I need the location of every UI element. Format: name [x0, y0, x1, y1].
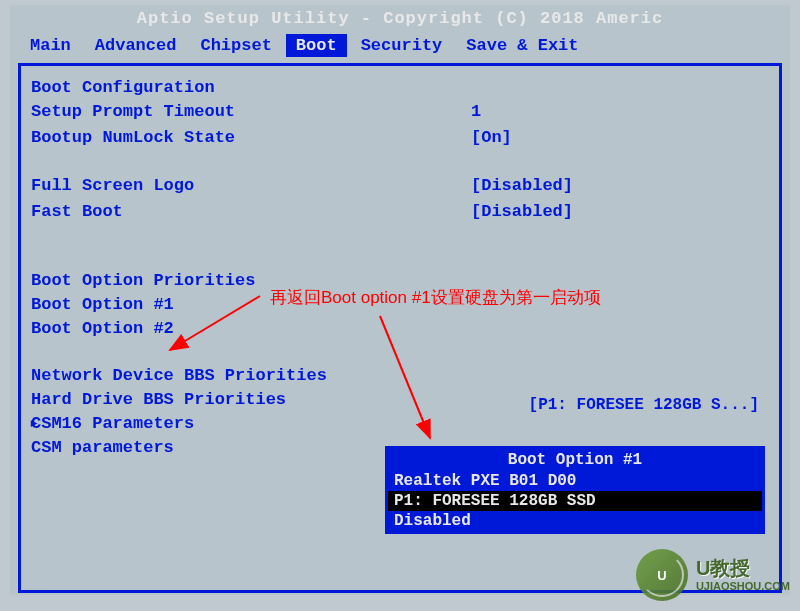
fast-boot-row[interactable]: Fast Boot [Disabled] [31, 201, 769, 223]
setup-prompt-timeout-label: Setup Prompt Timeout [31, 101, 471, 123]
menu-bar: Main Advanced Chipset Boot Security Save… [10, 32, 790, 63]
network-device-bbs[interactable]: Network Device BBS Priorities [31, 365, 769, 387]
bootup-numlock-label: Bootup NumLock State [31, 127, 471, 149]
watermark-brand: U教授 [696, 556, 790, 580]
menu-advanced[interactable]: Advanced [85, 34, 187, 57]
popup-option-foresee[interactable]: P1: FORESEE 128GB SSD [388, 491, 762, 511]
menu-main[interactable]: Main [20, 34, 81, 57]
menu-security[interactable]: Security [351, 34, 453, 57]
menu-boot[interactable]: Boot [286, 34, 347, 57]
fast-boot-label: Fast Boot [31, 201, 471, 223]
menu-chipset[interactable]: Chipset [190, 34, 281, 57]
boot-option-popup: Boot Option #1 Realtek PXE B01 D00 P1: F… [385, 446, 765, 534]
menu-save-exit[interactable]: Save & Exit [456, 34, 588, 57]
popup-option-realtek[interactable]: Realtek PXE B01 D00 [388, 471, 762, 491]
bios-title: Aptio Setup Utility - Copyright (C) 2018… [10, 5, 790, 32]
watermark-logo-icon: U [636, 549, 688, 601]
popup-title: Boot Option #1 [388, 449, 762, 471]
annotation-text: 再返回Boot option #1设置硬盘为第一启动项 [270, 286, 601, 309]
full-screen-logo-row[interactable]: Full Screen Logo [Disabled] [31, 175, 769, 197]
watermark-url: UJIAOSHOU.COM [696, 580, 790, 593]
watermark-text: U教授 UJIAOSHOU.COM [696, 556, 790, 593]
setup-prompt-timeout-value: 1 [471, 101, 769, 123]
boot-config-title: Boot Configuration [31, 78, 769, 97]
content-frame: Boot Configuration Setup Prompt Timeout … [18, 63, 782, 593]
info-text: [P1: FORESEE 128GB S...] [529, 396, 759, 414]
bootup-numlock-row[interactable]: Bootup NumLock State [On] [31, 127, 769, 149]
boot-option-2[interactable]: Boot Option #2 [31, 318, 769, 340]
watermark: U U教授 UJIAOSHOU.COM [636, 549, 790, 601]
popup-option-disabled[interactable]: Disabled [388, 511, 762, 531]
submenu-marker-icon: ▸ [29, 413, 39, 435]
fast-boot-value: [Disabled] [471, 201, 769, 223]
full-screen-logo-value: [Disabled] [471, 175, 769, 197]
bootup-numlock-value: [On] [471, 127, 769, 149]
csm16-parameters[interactable]: ▸ CSM16 Parameters [31, 413, 769, 435]
full-screen-logo-label: Full Screen Logo [31, 175, 471, 197]
setup-prompt-timeout-row[interactable]: Setup Prompt Timeout 1 [31, 101, 769, 123]
